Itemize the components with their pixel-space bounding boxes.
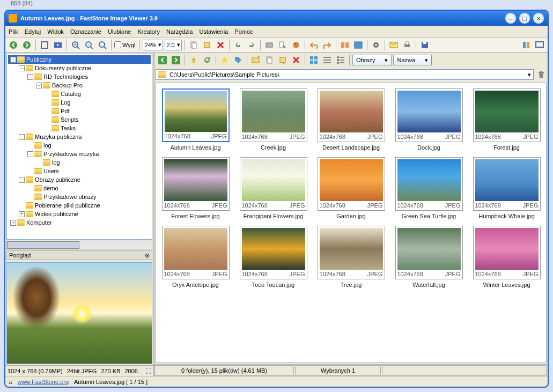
minimize-button[interactable]: – — [505, 12, 517, 24]
tree-toggle-icon[interactable]: - — [27, 151, 33, 157]
palette-icon[interactable] — [290, 39, 302, 51]
thumbnail[interactable]: 1024x768JPEGToco Toucan.jpg — [237, 226, 309, 288]
slideshow-icon[interactable] — [52, 39, 64, 51]
tree-hscroll[interactable] — [6, 241, 152, 249]
rotate-left-icon[interactable] — [232, 39, 244, 51]
settings-icon[interactable] — [370, 39, 382, 51]
new-folder-icon[interactable]: * — [250, 54, 262, 66]
tree-item[interactable]: Catalog — [8, 90, 151, 98]
wallpaper-icon[interactable] — [352, 39, 364, 51]
tree-item[interactable]: Scripts — [8, 115, 151, 124]
thumbnail[interactable]: 1024x768JPEGWinter Leaves.jpg — [470, 226, 543, 288]
tree-item[interactable]: +Komputer — [8, 218, 151, 227]
tree-toggle-icon[interactable]: - — [10, 57, 16, 63]
tree-item[interactable]: Przykładowe obrazy — [8, 193, 151, 201]
path-input[interactable]: C:\Users\Public\Pictures\Sample Pictures… — [156, 69, 534, 80]
thumbnail[interactable]: 1024x768JPEGGreen Sea Turtle.jpg — [393, 157, 465, 219]
menu-kreatory[interactable]: Kreatory — [137, 28, 160, 35]
site-link[interactable]: www.FastStone.org — [18, 379, 69, 385]
tree-toggle-icon[interactable]: - — [19, 134, 25, 140]
menu-ulubione[interactable]: Ulubione — [108, 28, 131, 35]
tree-toggle-icon[interactable]: + — [19, 211, 25, 217]
delete2-icon[interactable] — [290, 54, 302, 66]
thumbnail[interactable]: 1024x768JPEGCreek.jpg — [237, 88, 309, 151]
tree-toggle-icon[interactable]: + — [10, 220, 16, 226]
skin-icon[interactable] — [520, 39, 532, 51]
tree-item[interactable]: Log — [8, 98, 151, 107]
nav-back-icon[interactable] — [8, 39, 19, 51]
tree-item[interactable]: log — [8, 158, 151, 167]
maximize-button[interactable]: □ — [519, 12, 530, 24]
tree-toggle-icon[interactable]: - — [36, 83, 42, 88]
tree-toggle-icon[interactable]: - — [19, 65, 25, 71]
view-list-icon[interactable] — [321, 54, 333, 66]
print-icon[interactable] — [401, 39, 413, 51]
tree-item[interactable]: -RD Technologies — [8, 72, 151, 81]
compare-icon[interactable] — [339, 39, 351, 51]
tree-item[interactable]: Users — [8, 167, 151, 175]
rotate-right-icon[interactable] — [246, 39, 257, 51]
preview-pane[interactable] — [6, 262, 152, 364]
view-thumb-icon[interactable] — [308, 54, 320, 66]
tree-item[interactable]: -Dokumenty publiczne — [8, 64, 151, 72]
tree-item[interactable]: -Publiczny — [8, 55, 151, 64]
tree-toggle-icon[interactable]: - — [19, 177, 25, 183]
sort-select[interactable]: Nazwa▾ — [393, 55, 432, 65]
thumbnail[interactable]: 1024x768JPEGOryx Antelope.jpg — [159, 226, 232, 288]
preview-collapse-icon[interactable]: ⊗ — [145, 252, 150, 259]
tree-item[interactable]: log — [8, 141, 151, 150]
menu-widok[interactable]: Widok — [47, 28, 64, 35]
menu-pomoc[interactable]: Pomoc — [234, 28, 253, 35]
tree-item[interactable]: -Muzyka publiczna — [8, 132, 151, 141]
menu-plik[interactable]: Plik — [9, 28, 18, 35]
tree-item[interactable]: Tasks — [8, 124, 151, 132]
zoom-factor-select[interactable]: 2.0▾ — [165, 40, 181, 50]
up-icon[interactable] — [188, 54, 200, 66]
tree-item[interactable]: -Backup Pro — [8, 81, 151, 90]
menu-ustawienia[interactable]: Ustawienia — [200, 28, 228, 35]
copy-icon[interactable] — [188, 39, 200, 51]
fav-icon[interactable] — [219, 54, 231, 66]
menu-oznaczanie[interactable]: Oznaczanie — [70, 28, 101, 35]
wygl-checkbox[interactable]: Wygl. — [114, 41, 137, 48]
close-button[interactable]: × — [533, 12, 544, 24]
thumbnail[interactable]: 1024x768JPEGForest Flowers.jpg — [159, 157, 232, 219]
thumbnail[interactable]: 1024x768JPEGForest.jpg — [470, 88, 543, 151]
move-icon[interactable] — [201, 39, 213, 51]
thumbnail[interactable]: 1024x768JPEGGarden.jpg — [315, 157, 387, 219]
filter-select[interactable]: Obrazy▾ — [352, 55, 392, 65]
tree-item[interactable]: -Obrazy publiczne — [8, 175, 151, 184]
move2-icon[interactable] — [277, 54, 289, 66]
tree-item[interactable]: demo — [8, 184, 151, 193]
fit-icon[interactable]: ⛶ — [145, 368, 151, 374]
undo-icon[interactable] — [308, 39, 320, 51]
nav-back2-icon[interactable] — [157, 54, 168, 66]
zoom-in-icon[interactable]: + — [70, 39, 82, 51]
thumbnail[interactable]: 1024x768JPEGTree.jpg — [315, 226, 387, 288]
thumbnail[interactable]: 1024x768JPEGDock.jpg — [393, 88, 465, 151]
email-icon[interactable] — [388, 39, 400, 51]
convert-icon[interactable] — [277, 39, 289, 51]
delete-icon[interactable] — [215, 39, 226, 51]
thumbnail[interactable]: 1024x768JPEGFrangipani Flowers.jpg — [237, 157, 309, 219]
home-icon[interactable]: ⌂ — [9, 379, 12, 385]
titlebar[interactable]: Autumn Leaves.jpg - FastStone Image View… — [5, 11, 548, 26]
zoom-fit-icon[interactable] — [97, 39, 108, 51]
refresh-icon[interactable] — [201, 54, 213, 66]
tree-item[interactable]: Pdf — [8, 107, 151, 115]
tree-item[interactable]: +Wideo publiczne — [8, 210, 151, 218]
copy2-icon[interactable] — [263, 54, 275, 66]
scan-icon[interactable] — [263, 39, 275, 51]
thumbnail-grid[interactable]: 1024x768JPEGAutumn Leaves.jpg1024x768JPE… — [156, 83, 547, 363]
tree-item[interactable]: Pobierane pliki publiczne — [8, 201, 151, 210]
folder-tree[interactable]: -Publiczny-Dokumenty publiczne-RD Techno… — [6, 54, 152, 240]
zoom-percent-select[interactable]: 24%▾ — [143, 40, 163, 50]
thumbnail[interactable]: 1024x768JPEGDesert Landscape.jpg — [315, 88, 387, 151]
trash-icon[interactable] — [536, 69, 547, 80]
thumbnail[interactable]: 1024x768JPEGAutumn Leaves.jpg — [159, 88, 232, 151]
menu-edytuj[interactable]: Edytuj — [25, 28, 41, 35]
save-icon[interactable] — [419, 39, 431, 51]
tree-item[interactable]: -Przykładowa muzyka — [8, 150, 151, 158]
thumbnail[interactable]: 1024x768JPEGHumpback Whale.jpg — [470, 157, 543, 219]
nav-fwd2-icon[interactable] — [170, 54, 182, 66]
